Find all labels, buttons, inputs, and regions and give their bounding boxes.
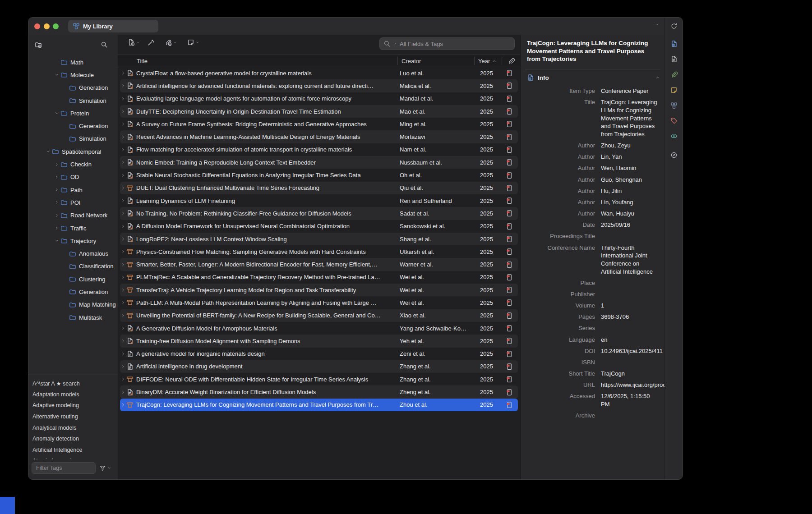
expand-chevron-icon[interactable] (120, 198, 126, 203)
expand-chevron-icon[interactable] (120, 249, 126, 254)
field-value[interactable] (601, 358, 665, 367)
expand-chevron-icon[interactable] (120, 287, 126, 293)
collection-item[interactable]: Checkin (28, 158, 118, 170)
expand-chevron-icon[interactable] (120, 300, 126, 305)
funnel-icon[interactable] (99, 465, 106, 472)
expand-chevron-icon[interactable] (120, 134, 126, 140)
tag-item[interactable]: Anomaly detection (28, 433, 118, 445)
item-row[interactable]: Evaluating large language model agents f… (120, 92, 518, 105)
tag-item[interactable]: Adaptive modeling (28, 400, 118, 411)
collection-item[interactable]: Spatiotemporal (28, 145, 118, 158)
item-row[interactable]: PLMTrajRec: A Scalable and Generalizable… (120, 271, 518, 284)
info-pane-button[interactable] (669, 39, 679, 49)
tabs-menu-chevron-icon[interactable] (655, 23, 659, 27)
item-row[interactable]: Unveiling the Potential of BERT-family: … (120, 309, 518, 322)
field-value[interactable]: Wan, Huaiyu (601, 210, 665, 218)
collection-item[interactable]: Simulation (28, 94, 118, 107)
column-header-year[interactable]: Year (475, 58, 502, 64)
expand-chevron-icon[interactable] (120, 160, 126, 165)
field-value[interactable] (601, 324, 665, 332)
expand-chevron-icon[interactable] (120, 109, 126, 114)
item-row[interactable]: Nomic Embed: Training a Reproducible Lon… (120, 156, 518, 169)
collection-item[interactable]: Molecule (28, 69, 118, 81)
chevron-right-icon[interactable] (53, 187, 60, 193)
item-row[interactable]: DIFFODE: Neural ODE with Differentiable … (120, 373, 518, 386)
collection-item[interactable]: Multitask (28, 311, 118, 324)
item-row[interactable]: Recent Advances in Machine Learning-Assi… (120, 130, 518, 143)
collection-item[interactable]: Clustering (28, 273, 118, 285)
field-value[interactable]: https://www.ijcai.org/proceedings/2025/4… (601, 381, 665, 389)
field-value[interactable]: TrajCogn: Leveraging LLMs for Cognizing … (601, 98, 665, 138)
chevron-down-icon[interactable] (53, 238, 60, 243)
new-item-button[interactable] (128, 39, 140, 46)
item-row[interactable]: Path-LLM: A Multi-Modal Path Representat… (120, 296, 518, 309)
field-value[interactable]: Thirty-Fourth International Joint Confer… (601, 244, 665, 276)
close-button[interactable] (34, 23, 40, 29)
field-value[interactable]: Guo, Shengnan (601, 176, 665, 184)
expand-chevron-icon[interactable] (120, 185, 126, 191)
field-value[interactable]: 2025/09/16 (601, 221, 665, 229)
field-value[interactable]: Conference Paper (601, 87, 665, 95)
field-value[interactable]: Lin, Youfang (601, 198, 665, 207)
expand-chevron-icon[interactable] (120, 121, 126, 127)
libraries-pane-button[interactable] (669, 101, 679, 110)
search-options-chevron-icon[interactable] (392, 41, 397, 46)
add-attachment-button[interactable] (165, 39, 177, 46)
item-row[interactable]: Flow matching for accelerated simulation… (120, 143, 518, 156)
search-icon[interactable] (383, 40, 391, 47)
collection-item[interactable]: Generation (28, 285, 118, 298)
locate-button[interactable] (669, 150, 679, 160)
chevron-down-icon[interactable] (45, 149, 52, 154)
filter-chevron-icon[interactable] (107, 466, 111, 470)
chevron-right-icon[interactable] (53, 174, 60, 180)
expand-chevron-icon[interactable] (120, 70, 126, 76)
item-row[interactable]: TrajCogn: Leveraging LLMs for Cognizing … (120, 399, 518, 411)
item-row[interactable]: DUET: Dual Clustering Enhanced Multivari… (120, 182, 518, 194)
collection-item[interactable]: Generation (28, 82, 118, 94)
field-value[interactable]: Lin, Yan (601, 153, 665, 161)
field-value[interactable] (601, 279, 665, 287)
tag-filter-input[interactable] (32, 462, 96, 474)
attachments-pane-button[interactable] (669, 69, 679, 79)
chevron-right-icon[interactable] (53, 162, 60, 167)
item-row[interactable]: Physics-Constrained Flow Matching: Sampl… (120, 245, 518, 258)
item-row[interactable]: DutyTTE: Deciphering Uncertainty in Orig… (120, 105, 518, 118)
related-pane-button[interactable] (669, 131, 679, 141)
chevron-down-icon[interactable] (53, 110, 60, 116)
item-row[interactable]: Smarter, Better, Faster, Longer: A Moder… (120, 258, 518, 271)
field-value[interactable]: Wen, Haomin (601, 164, 665, 172)
item-row[interactable]: A Diffusion Model Framework for Unsuperv… (120, 220, 518, 233)
chevron-right-icon[interactable] (53, 225, 60, 231)
item-row[interactable]: A Survey on Future Frame Synthesis: Brid… (120, 118, 518, 130)
tag-item[interactable]: Adaptation models (28, 389, 118, 400)
expand-chevron-icon[interactable] (120, 224, 126, 229)
collection-item[interactable]: Trajectory (28, 234, 118, 247)
new-collection-button[interactable] (35, 41, 42, 48)
expand-chevron-icon[interactable] (120, 351, 126, 357)
item-row[interactable]: Artificial intelligence for advanced fun… (120, 79, 518, 92)
item-row[interactable]: Artificial intelligence in drug developm… (120, 360, 518, 373)
field-value[interactable]: 12/6/2025, 1:15:50 PM (601, 392, 665, 408)
new-note-button[interactable] (187, 39, 200, 46)
expand-chevron-icon[interactable] (120, 338, 126, 344)
tag-item[interactable]: A^\star A ★ search (28, 378, 118, 389)
item-row[interactable]: LongRoPE2: Near-Lossless LLM Context Win… (120, 233, 518, 245)
library-tab[interactable]: My Library (68, 20, 158, 32)
tag-item[interactable]: Atomic force microscopy (28, 455, 118, 459)
expand-chevron-icon[interactable] (120, 83, 126, 88)
item-row[interactable]: A Generative Diffusion Model for Amorpho… (120, 322, 518, 335)
collection-item[interactable]: Anomalous (28, 247, 118, 260)
collection-item[interactable]: Road Network (28, 209, 118, 222)
column-header-attachment[interactable] (502, 57, 520, 64)
expand-chevron-icon[interactable] (120, 326, 126, 331)
expand-chevron-icon[interactable] (120, 364, 126, 369)
expand-chevron-icon[interactable] (120, 173, 126, 178)
collection-item[interactable]: Map Matching (28, 298, 118, 311)
item-row[interactable]: CrystalFlow: a flow-based generative mod… (120, 67, 518, 79)
item-row[interactable]: Learning Dynamics of LLM FinetuningRen a… (120, 194, 518, 207)
expand-chevron-icon[interactable] (120, 402, 126, 408)
chevron-down-icon[interactable] (53, 72, 60, 78)
expand-chevron-icon[interactable] (120, 236, 126, 242)
zoom-button[interactable] (53, 23, 59, 29)
tag-item[interactable]: Alternative routing (28, 411, 118, 422)
